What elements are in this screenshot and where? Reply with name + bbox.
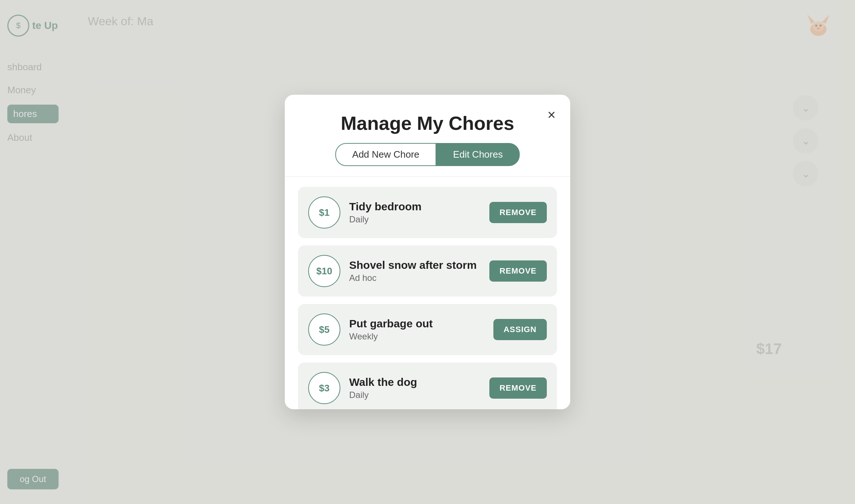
chore-frequency: Daily bbox=[349, 390, 481, 400]
chore-frequency: Weekly bbox=[349, 331, 485, 342]
close-button[interactable]: × bbox=[548, 108, 556, 122]
chore-amount: $5 bbox=[308, 313, 340, 346]
chore-item: $1 Tidy bedroom Daily REMOVE bbox=[298, 187, 557, 238]
modal-title: Manage My Chores bbox=[302, 112, 553, 134]
chore-list: $1 Tidy bedroom Daily REMOVE $10 Shovel … bbox=[285, 177, 570, 409]
chore-item: $10 Shovel snow after storm Ad hoc REMOV… bbox=[298, 245, 557, 297]
chore-item: $5 Put garbage out Weekly ASSIGN bbox=[298, 304, 557, 355]
chore-action-button[interactable]: REMOVE bbox=[489, 202, 547, 223]
chore-info: Walk the dog Daily bbox=[349, 376, 481, 400]
chore-info: Shovel snow after storm Ad hoc bbox=[349, 259, 481, 283]
modal-overlay: Manage My Chores × Add New Chore Edit Ch… bbox=[0, 0, 855, 504]
tab-add-new-chore[interactable]: Add New Chore bbox=[335, 143, 436, 166]
chore-amount: $10 bbox=[308, 255, 340, 287]
tab-row: Add New Chore Edit Chores bbox=[302, 143, 553, 166]
chore-action-button[interactable]: REMOVE bbox=[489, 260, 547, 282]
manage-chores-modal: Manage My Chores × Add New Chore Edit Ch… bbox=[285, 95, 570, 409]
chore-action-button[interactable]: REMOVE bbox=[489, 377, 547, 399]
chore-amount: $3 bbox=[308, 372, 340, 404]
chore-amount: $1 bbox=[308, 196, 340, 229]
chore-frequency: Ad hoc bbox=[349, 273, 481, 283]
modal-header: Manage My Chores × Add New Chore Edit Ch… bbox=[285, 95, 570, 177]
chore-action-button[interactable]: ASSIGN bbox=[493, 319, 547, 340]
chore-name: Walk the dog bbox=[349, 376, 481, 388]
chore-item: $3 Walk the dog Daily REMOVE bbox=[298, 362, 557, 409]
chore-info: Tidy bedroom Daily bbox=[349, 200, 481, 225]
chore-info: Put garbage out Weekly bbox=[349, 317, 485, 342]
chore-name: Shovel snow after storm bbox=[349, 259, 481, 271]
chore-frequency: Daily bbox=[349, 214, 481, 225]
tab-edit-chores[interactable]: Edit Chores bbox=[436, 143, 520, 166]
chore-name: Tidy bedroom bbox=[349, 200, 481, 213]
chore-name: Put garbage out bbox=[349, 317, 485, 330]
